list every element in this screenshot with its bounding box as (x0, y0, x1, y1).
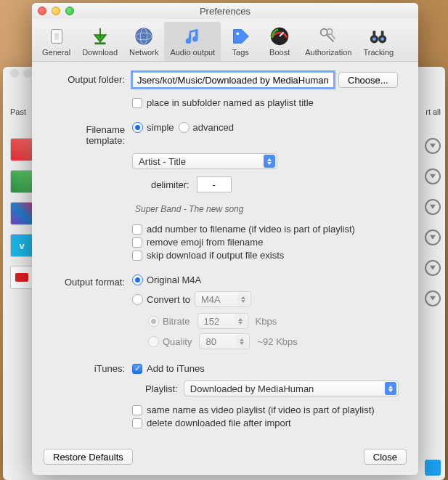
gauge-icon (268, 25, 291, 48)
tab-download[interactable]: Download (76, 22, 123, 61)
window-title: Preferences (32, 6, 418, 17)
subfolder-checkbox[interactable]: place in subfolder named as playlist tit… (132, 97, 405, 108)
output-folder-input[interactable] (132, 72, 334, 88)
filename-template-label: Filename template: (45, 122, 132, 146)
output-format-label: Output format: (45, 274, 132, 288)
skip-download-checkbox[interactable]: skip download if output file exists (132, 250, 405, 261)
add-number-checkbox[interactable]: add number to filename (if video is part… (132, 224, 405, 235)
radio-bitrate[interactable]: Bitrate (148, 316, 190, 327)
globe-icon (132, 25, 155, 48)
tab-label: Network (129, 48, 158, 57)
tab-network[interactable]: Network (123, 22, 164, 61)
tab-label: Boost (269, 48, 290, 57)
tag-icon (229, 25, 252, 48)
add-to-itunes-checkbox[interactable]: Add to iTunes (132, 363, 405, 374)
radio-advanced[interactable]: advanced (179, 122, 234, 133)
tab-label: General (42, 48, 70, 57)
switch-icon (45, 25, 68, 48)
window-zoom-button[interactable] (65, 7, 74, 15)
tab-label: Tags (232, 48, 249, 57)
output-folder-label: Output folder: (45, 72, 132, 85)
tab-label: Authorization (305, 48, 351, 57)
delimiter-input[interactable] (197, 176, 232, 192)
quality-select[interactable]: 80 (199, 333, 250, 349)
radio-convert[interactable]: Convert to (132, 294, 190, 305)
svg-point-6 (237, 32, 240, 35)
same-name-checkbox[interactable]: same name as video playlist (if video is… (132, 404, 405, 415)
svg-point-18 (381, 37, 385, 41)
convert-format-select[interactable]: M4A (195, 291, 251, 307)
restore-defaults-button[interactable]: Restore Defaults (44, 449, 133, 465)
itunes-label: iTunes: (45, 361, 132, 374)
svg-rect-15 (373, 31, 376, 37)
content-pane: Output folder: Choose... place in subfol… (32, 62, 418, 443)
keys-icon (317, 25, 340, 48)
delimiter-label: delimiter: (151, 179, 190, 190)
tab-audio-output[interactable]: Audio output (164, 22, 221, 61)
tab-boost[interactable]: Boost (260, 22, 299, 61)
bg-rtall-label: rt all (425, 107, 441, 116)
tab-general[interactable]: General (36, 22, 76, 61)
choose-folder-button[interactable]: Choose... (338, 72, 398, 88)
tab-label: Audio output (170, 48, 215, 57)
toolbar: General Download Network Audio output Ta… (32, 19, 418, 62)
tab-label: Tracking (363, 48, 394, 57)
tab-tags[interactable]: Tags (221, 22, 260, 61)
svg-rect-16 (381, 31, 384, 37)
window-minimize-button[interactable] (52, 7, 60, 15)
bg-download-icons (425, 138, 441, 306)
close-button[interactable]: Close (364, 449, 407, 465)
bg-thumbnails: v (10, 138, 33, 289)
remove-emoji-checkbox[interactable]: remove emoji from filename (132, 237, 405, 248)
download-icon (89, 25, 112, 48)
tab-authorization[interactable]: Authorization (299, 22, 357, 61)
filename-sample: Super Band - The new song (135, 204, 405, 214)
svg-rect-1 (54, 33, 59, 39)
svg-point-17 (372, 37, 376, 41)
quality-hint: ~92 Kbps (257, 336, 297, 347)
bitrate-unit: Kbps (256, 316, 277, 327)
radio-quality[interactable]: Quality (148, 336, 192, 347)
svg-point-3 (136, 28, 152, 45)
footer: Restore Defaults Close (32, 443, 418, 475)
preferences-window: Preferences General Download Network Aud… (32, 3, 418, 475)
bitrate-select[interactable]: 152 (197, 313, 248, 329)
bg-paste-label: Past (10, 107, 26, 116)
checkbox-label: place in subfolder named as playlist tit… (147, 97, 314, 108)
delete-after-checkbox[interactable]: delete downloaded file after import (132, 418, 405, 428)
twitter-icon (425, 460, 441, 476)
tab-label: Download (82, 48, 118, 57)
playlist-select[interactable]: Downloaded by MediaHuman (184, 381, 399, 396)
music-icon (181, 25, 204, 48)
playlist-label: Playlist: (145, 383, 178, 394)
tab-tracking[interactable]: Tracking (357, 22, 399, 61)
filename-template-select[interactable]: Artist - Title (132, 153, 277, 169)
window-close-button[interactable] (38, 7, 46, 15)
binoculars-icon (367, 25, 390, 48)
svg-rect-2 (94, 42, 105, 44)
titlebar: Preferences (32, 3, 418, 19)
svg-line-12 (331, 33, 335, 39)
radio-original[interactable]: Original M4A (132, 274, 405, 285)
radio-simple[interactable]: simple (132, 122, 174, 133)
